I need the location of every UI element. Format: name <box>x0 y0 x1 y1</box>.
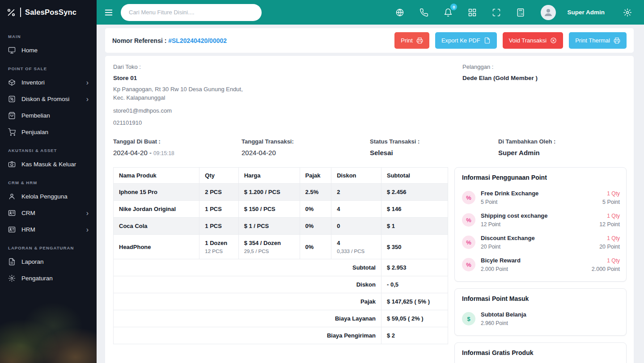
point-item-name: Subtotal Belanja <box>481 311 620 318</box>
point-usage-item: % Bicyle Reward 2.000 Point 1 Qty 2.000 … <box>462 253 620 276</box>
added-by-label: Di Tambahkan Oleh : <box>498 138 627 145</box>
print-thermal-button-label: Print Thermal <box>575 37 610 44</box>
product-tax: 0% <box>305 244 326 250</box>
point-item-qty: 1 Qty <box>602 190 620 197</box>
summary-row: Biaya Pengiriman $ 2 <box>114 327 448 344</box>
page-body: Nomor Referensi : #SL20240420/00002 Prin… <box>97 25 644 363</box>
point-item-info: Bicyle Reward 2.000 Point <box>481 257 586 272</box>
summary-row: Biaya Layanan $ 59,05 ( 2% ) <box>114 310 448 327</box>
summary-label: Subtotal <box>114 259 381 276</box>
sidebar-section-main: MAIN <box>0 26 97 42</box>
point-item-qty: 1 Qty <box>599 235 620 241</box>
summary-row: Subtotal $ 2.953 <box>114 259 448 276</box>
product-subtotal: $ 146 <box>387 206 442 212</box>
created-date-block: Tanggal Di Buat : 2024-04-20 - 09:15:18 <box>113 138 242 156</box>
chevron-right-icon: › <box>86 210 89 217</box>
product-tax: 2.5% <box>305 189 326 195</box>
col-header-pajak: Pajak <box>300 168 331 184</box>
summary-label: Diskon <box>114 276 381 293</box>
point-item-amounts: 1 Qty 20 Point <box>599 235 620 250</box>
bell-icon[interactable]: 0 <box>442 7 454 18</box>
point-item-points: 2.000 Point <box>592 266 620 272</box>
product-qty: 2 PCS <box>205 189 233 195</box>
brand-logo[interactable]: SalesPosSync <box>0 0 97 25</box>
reference-number: Nomor Referensi : #SL20240420/00002 <box>112 37 227 44</box>
summary-value: $ 2 <box>381 327 448 344</box>
sidebar-item-label: Inventori <box>21 79 45 86</box>
gear-icon <box>8 274 16 282</box>
void-button-label: Void Transaksi <box>509 37 547 44</box>
col-header-diskon: Diskon <box>331 168 381 184</box>
id-card-icon <box>8 209 16 217</box>
sidebar-nav: MAIN Home POINT OF SALE Inventori › Disk… <box>0 25 97 287</box>
product-discount: 0 <box>337 223 376 229</box>
print-thermal-button[interactable]: Print Thermal <box>569 32 627 49</box>
product-table: Nama Produk Qty Harga Pajak Diskon Subto… <box>113 167 448 344</box>
summary-value: $ 147,625 ( 5% ) <box>381 293 448 310</box>
sidebar-section-akutansi: AKUTANSI & ASSET <box>0 140 97 156</box>
point-item-name: Shipping cost exchange <box>481 212 594 219</box>
point-item-cost: 2.000 Point <box>481 266 586 272</box>
sidebar-item-label: Pengaturan <box>21 275 53 282</box>
point-item-name: Discount Exchange <box>481 235 594 241</box>
store-phone: 021101910 <box>113 119 455 126</box>
notification-badge: 0 <box>450 4 457 10</box>
print-button-label: Print <box>401 37 413 44</box>
product-subtotal: $ 2.456 <box>387 189 442 195</box>
point-usage-card: Informasi Penggunaan Point % Free Drink … <box>454 167 627 282</box>
x-circle-icon <box>550 37 557 44</box>
percent-icon: % <box>462 191 475 204</box>
product-price: $ 354 / Dozen <box>244 240 294 246</box>
percent-icon: % <box>462 258 475 271</box>
sidebar-item-inventori[interactable]: Inventori › <box>0 74 97 91</box>
sidebar-item-penjualan[interactable]: Penjualan <box>0 124 97 140</box>
sidebar-item-home[interactable]: Home <box>0 42 97 59</box>
reference-link[interactable]: #SL20240420/00002 <box>168 37 227 44</box>
settings-gear-icon[interactable] <box>622 7 633 18</box>
product-price-sub: 29,5 / PCS <box>244 249 294 254</box>
export-pdf-button[interactable]: Export Ke PDF <box>435 32 497 49</box>
search-input[interactable] <box>121 4 262 21</box>
sidebar-item-kas-masuk-keluar[interactable]: Kas Masuk & Keluar <box>0 156 97 173</box>
phone-icon[interactable] <box>418 7 430 18</box>
product-name: Iphone 15 Pro <box>119 189 194 195</box>
sidebar-item-laporan[interactable]: Laporan <box>0 253 97 270</box>
transaction-date-value: 2024-04-20 <box>242 149 370 156</box>
sidebar-item-crm[interactable]: CRM › <box>0 205 97 221</box>
fullscreen-icon[interactable] <box>491 7 502 18</box>
store-address: Kp Panagogan, Rt 30 Rw 10 Desa Gunung En… <box>113 85 252 102</box>
cash-register-icon <box>8 160 16 168</box>
apps-grid-icon[interactable] <box>466 7 478 18</box>
topbar: 0 Super Admin <box>97 0 644 25</box>
calculator-icon[interactable] <box>515 7 526 18</box>
hamburger-menu-icon[interactable] <box>104 8 114 17</box>
user-name[interactable]: Super Admin <box>567 9 605 16</box>
id-card-icon <box>8 226 16 233</box>
globe-icon[interactable] <box>394 7 406 18</box>
file-text-icon <box>8 258 16 266</box>
sidebar-item-hrm[interactable]: HRM › <box>0 221 97 238</box>
sidebar: SalesPosSync MAIN Home POINT OF SALE Inv… <box>0 0 97 363</box>
brand-logo-icon <box>6 8 16 17</box>
summary-label: Biaya Layanan <box>114 310 381 327</box>
print-button[interactable]: Print <box>394 32 429 49</box>
sidebar-item-diskon-promosi[interactable]: Diskon & Promosi › <box>0 91 97 107</box>
store-customer-row: Dari Toko : Store 01 Kp Panagogan, Rt 30… <box>113 63 627 126</box>
void-transaction-button[interactable]: Void Transaksi <box>503 32 564 49</box>
point-incoming-title: Informasi Point Masuk <box>462 295 620 302</box>
avatar[interactable] <box>541 5 556 20</box>
sidebar-item-pembelian[interactable]: Pembelian <box>0 107 97 124</box>
sidebar-item-kelola-pengguna[interactable]: Kelola Pengguna <box>0 188 97 205</box>
point-usage-item: % Shipping cost exchange 12 Point 1 Qty … <box>462 209 620 231</box>
summary-label: Biaya Pengiriman <box>114 327 381 344</box>
export-pdf-button-label: Export Ke PDF <box>441 37 480 44</box>
point-item-cost: 5 Point <box>481 199 597 205</box>
created-date-label: Tanggal Di Buat : <box>113 138 242 145</box>
sidebar-item-pengaturan[interactable]: Pengaturan <box>0 270 97 287</box>
chevron-right-icon: › <box>86 226 89 233</box>
product-qty-sub: 12 PCS <box>205 249 233 254</box>
point-incoming-card: Informasi Point Masuk $ Subtotal Belanja… <box>454 288 627 336</box>
col-header-nama-produk: Nama Produk <box>114 168 199 184</box>
point-item-cost: 12 Point <box>481 221 594 228</box>
point-item-points: 2.960 Point <box>481 320 620 326</box>
